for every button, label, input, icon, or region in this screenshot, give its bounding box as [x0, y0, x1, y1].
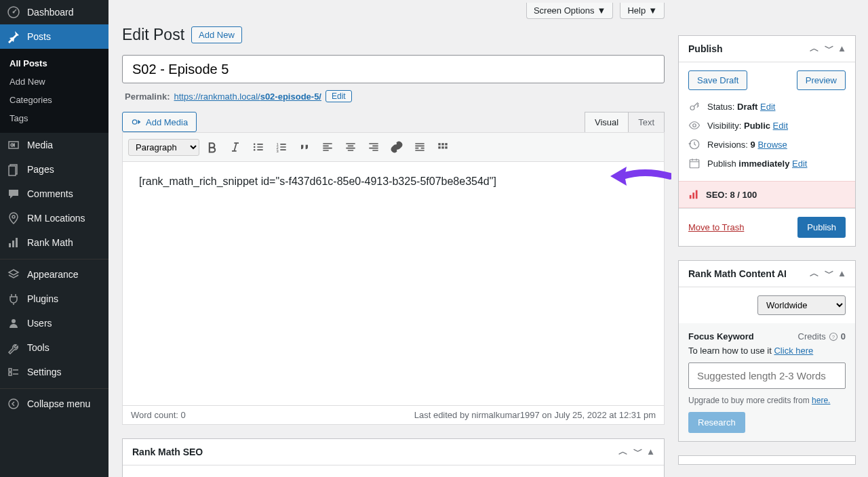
- align-center-button[interactable]: [340, 137, 361, 157]
- sidebar-item-posts[interactable]: Posts: [0, 24, 108, 49]
- align-right-button[interactable]: [363, 137, 384, 157]
- toggle-up-icon[interactable]: ︿: [808, 43, 821, 55]
- users-icon: [7, 316, 20, 330]
- nav-label: Media: [27, 140, 53, 150]
- svg-rect-39: [692, 192, 694, 199]
- toggle-down-icon[interactable]: ﹀: [632, 446, 644, 458]
- edit-schedule-link[interactable]: Edit: [792, 159, 807, 169]
- sidebar-item-dashboard[interactable]: Dashboard: [0, 0, 108, 24]
- sidebar-item-settings[interactable]: Settings: [0, 360, 108, 384]
- rm-tab-social[interactable]: Social: [363, 474, 410, 477]
- panel-title: Publish: [688, 43, 723, 54]
- edit-status-link[interactable]: Edit: [760, 102, 775, 112]
- sidebar-item-appearance[interactable]: Appearance: [0, 259, 108, 287]
- toggle-expand-icon[interactable]: ▴: [838, 268, 846, 280]
- rm-tab-advanced[interactable]: Advanced: [208, 474, 271, 477]
- sidebar-item-rank-math[interactable]: Rank Math: [0, 230, 108, 255]
- sidebar-item-users[interactable]: Users: [0, 311, 108, 335]
- move-to-trash-link[interactable]: Move to Trash: [688, 222, 744, 232]
- numbered-list-button[interactable]: 123: [271, 137, 292, 157]
- svg-rect-21: [438, 143, 440, 145]
- help-icon[interactable]: ?: [829, 332, 838, 341]
- add-media-button[interactable]: Add Media: [122, 112, 197, 132]
- link-button[interactable]: [387, 137, 407, 157]
- toggle-down-icon[interactable]: ﹀: [823, 268, 835, 280]
- toggle-up-icon[interactable]: ︿: [617, 446, 629, 458]
- svg-point-1: [13, 12, 15, 14]
- posts-submenu: All Posts Add New Categories Tags: [0, 49, 108, 133]
- toggle-expand-icon[interactable]: ▴: [647, 446, 654, 458]
- sidebar-item-media[interactable]: Media: [0, 133, 108, 157]
- browse-revisions-link[interactable]: Browse: [757, 140, 787, 150]
- svg-rect-5: [9, 166, 16, 175]
- publish-panel: Publish ︿ ﹀ ▴ Save Draft Preview Status:…: [678, 35, 856, 247]
- nav-label: Appearance: [27, 269, 79, 280]
- sidebar-item-plugins[interactable]: Plugins: [0, 287, 108, 311]
- editor-footer: Word count: 0 Last edited by nirmalkumar…: [122, 406, 665, 425]
- chart-icon: [7, 236, 20, 249]
- bullet-list-button[interactable]: [248, 137, 269, 157]
- publish-button[interactable]: Publish: [797, 217, 846, 238]
- sidebar-item-pages[interactable]: Pages: [0, 157, 108, 182]
- toggle-down-icon[interactable]: ﹀: [823, 43, 835, 55]
- submenu-all-posts[interactable]: All Posts: [0, 54, 108, 72]
- revisions-line: Revisions: 9 Browse: [688, 135, 846, 154]
- admin-sidebar: Dashboard Posts All Posts Add New Catego…: [0, 0, 108, 477]
- word-count: Word count: 0: [131, 410, 186, 420]
- svg-point-13: [9, 399, 18, 409]
- svg-text:?: ?: [832, 333, 835, 339]
- page-heading: Edit Post Add New: [122, 26, 665, 44]
- quote-button[interactable]: [294, 137, 315, 157]
- preview-button[interactable]: Preview: [797, 70, 846, 90]
- comments-icon: [7, 187, 20, 201]
- sidebar-item-rm-locations[interactable]: RM Locations: [0, 206, 108, 230]
- svg-rect-38: [690, 195, 692, 199]
- italic-button[interactable]: [225, 137, 245, 157]
- toggle-expand-icon[interactable]: ▴: [838, 43, 846, 55]
- research-button[interactable]: Research: [688, 412, 745, 433]
- svg-rect-8: [12, 241, 14, 247]
- submenu-add-new[interactable]: Add New: [0, 72, 108, 91]
- region-select[interactable]: Worldwide: [757, 295, 846, 315]
- main-content: Screen Options ▼ Help ▼ Edit Post Add Ne…: [108, 0, 678, 477]
- nav-label: Plugins: [27, 293, 58, 304]
- visual-tab[interactable]: Visual: [585, 112, 629, 132]
- focus-keyword-input[interactable]: [688, 362, 846, 389]
- sidebar-item-tools[interactable]: Tools: [0, 335, 108, 360]
- edit-visibility-link[interactable]: Edit: [773, 121, 788, 131]
- metabox-title: Rank Math SEO: [132, 447, 203, 457]
- dashboard-icon: [7, 5, 20, 19]
- last-edited: Last edited by nirmalkumar1997 on July 2…: [414, 410, 656, 420]
- editor-content[interactable]: [rank_math_rich_snippet id="s-f437d61c-8…: [122, 162, 665, 406]
- rm-tab-schema[interactable]: Schema: [290, 474, 344, 477]
- toggle-up-icon[interactable]: ︿: [808, 268, 821, 280]
- save-draft-button[interactable]: Save Draft: [688, 70, 747, 90]
- learn-text: To learn how to use it Click here: [688, 346, 846, 356]
- submenu-categories[interactable]: Categories: [0, 91, 108, 109]
- edit-slug-button[interactable]: Edit: [326, 90, 352, 102]
- rm-tab-general[interactable]: General: [135, 474, 189, 477]
- toolbar-toggle-button[interactable]: [433, 137, 453, 157]
- bold-button[interactable]: [202, 137, 222, 157]
- credits-display: Credits ? 0: [798, 331, 846, 341]
- add-new-button[interactable]: Add New: [191, 26, 242, 43]
- post-title-input[interactable]: [122, 55, 665, 83]
- pin-icon: [7, 30, 20, 43]
- screen-options-button[interactable]: Screen Options ▼: [526, 3, 613, 19]
- learn-link[interactable]: Click here: [774, 346, 813, 356]
- sidebar-item-collapse[interactable]: Collapse menu: [0, 388, 108, 416]
- more-button[interactable]: [410, 137, 430, 157]
- submenu-tags[interactable]: Tags: [0, 109, 108, 127]
- format-select[interactable]: Paragraph: [128, 139, 199, 156]
- help-button[interactable]: Help ▼: [620, 3, 665, 19]
- permalink-label: Permalink:: [125, 91, 170, 102]
- seo-score-row[interactable]: SEO: 8 / 100: [679, 181, 855, 208]
- text-tab[interactable]: Text: [628, 112, 665, 132]
- svg-point-16: [254, 146, 256, 148]
- upgrade-link[interactable]: here.: [812, 396, 830, 405]
- permalink-url[interactable]: https://rankmath.local/s02-episode-5/: [174, 91, 321, 102]
- svg-rect-9: [16, 238, 18, 247]
- nav-label: Posts: [27, 31, 51, 42]
- align-left-button[interactable]: [317, 137, 338, 157]
- sidebar-item-comments[interactable]: Comments: [0, 182, 108, 206]
